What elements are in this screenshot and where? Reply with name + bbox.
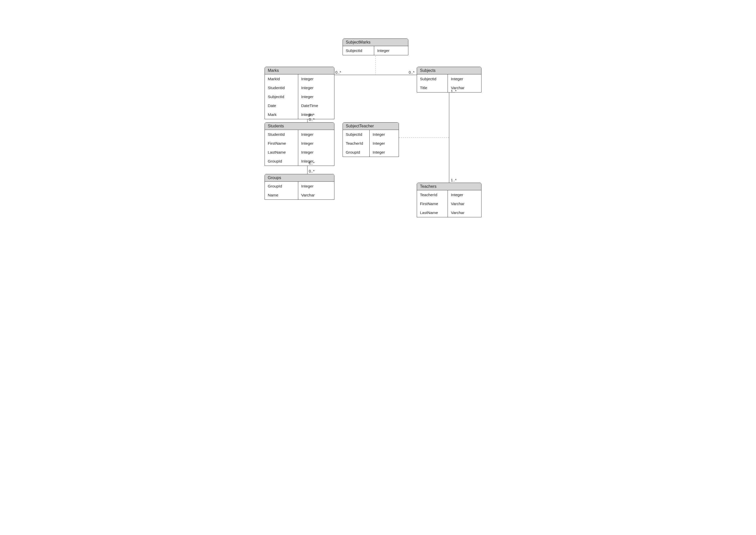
field-name: StudentId bbox=[265, 84, 298, 93]
field-type: Integer bbox=[448, 75, 481, 84]
field-row: GroupIdInteger bbox=[265, 182, 334, 191]
field-name: Date bbox=[265, 101, 298, 110]
field-type: Integer bbox=[298, 110, 334, 119]
entity-teachers: Teachers TeacherIdInteger FirstNameVarch… bbox=[417, 183, 481, 217]
field-name: FirstName bbox=[265, 139, 298, 148]
multiplicity-label: 0..* bbox=[309, 169, 315, 173]
field-row: MarkInteger bbox=[265, 110, 334, 119]
field-name: LastName bbox=[417, 209, 448, 217]
entity-title: Teachers bbox=[417, 183, 481, 190]
field-type: Integer bbox=[298, 139, 334, 148]
field-name: TeacherId bbox=[343, 139, 369, 148]
field-row: MarkIdInteger bbox=[265, 75, 334, 84]
field-row: GroupIdInteger bbox=[265, 157, 334, 166]
field-name: SubjectId bbox=[343, 130, 369, 139]
field-row: StudentIdInteger bbox=[265, 84, 334, 93]
field-name: GroupId bbox=[343, 148, 369, 157]
field-type: Integer bbox=[369, 139, 399, 148]
entity-title: Subjects bbox=[417, 67, 481, 74]
multiplicity-label: 0..* bbox=[335, 70, 341, 74]
field-name: SubjectId bbox=[417, 75, 448, 84]
er-diagram-canvas: SubjectMarks SubjectId Integer Marks Mar… bbox=[189, 0, 567, 268]
field-row: TeacherIdInteger bbox=[417, 190, 481, 200]
entity-students: Students StudentIdInteger FirstNameInteg… bbox=[265, 122, 334, 166]
entity-groups: Groups GroupIdInteger NameVarchar bbox=[265, 174, 334, 200]
field-type: Varchar bbox=[448, 209, 481, 217]
field-type: Integer bbox=[298, 84, 334, 93]
field-type: Integer bbox=[374, 46, 408, 55]
field-row: StudentIdInteger bbox=[265, 130, 334, 139]
field-row: SubjectIdInteger bbox=[265, 93, 334, 101]
field-row: FirstNameInteger bbox=[265, 139, 334, 148]
field-row: FirstNameVarchar bbox=[417, 200, 481, 209]
field-type: Integer bbox=[448, 190, 481, 200]
multiplicity-label: 1..* bbox=[451, 89, 457, 93]
entity-title: SubjectTeacher bbox=[343, 123, 399, 130]
field-name: FirstName bbox=[417, 200, 448, 209]
entity-subject-teacher: SubjectTeacher SubjectIdInteger TeacherI… bbox=[342, 122, 399, 157]
field-name: GroupId bbox=[265, 182, 298, 191]
field-row: LastNameInteger bbox=[265, 148, 334, 157]
field-name: SubjectId bbox=[265, 93, 298, 101]
field-name: MarkId bbox=[265, 75, 298, 84]
entity-title: Marks bbox=[265, 67, 334, 74]
field-row: GroupIdInteger bbox=[343, 148, 399, 157]
entity-title: Students bbox=[265, 123, 334, 130]
field-type: DateTime bbox=[298, 101, 334, 110]
field-type: Integer bbox=[298, 182, 334, 191]
field-type: Varchar bbox=[448, 200, 481, 209]
field-name: TeacherId bbox=[417, 190, 448, 200]
entity-marks: Marks MarkIdInteger StudentIdInteger Sub… bbox=[265, 67, 334, 119]
field-name: LastName bbox=[265, 148, 298, 157]
entity-title: Groups bbox=[265, 174, 334, 182]
field-row: TitleVarchar bbox=[417, 84, 481, 93]
entity-subject-marks: SubjectMarks SubjectId Integer bbox=[342, 39, 408, 55]
field-type: Integer bbox=[298, 148, 334, 157]
field-type: Integer bbox=[298, 75, 334, 84]
field-name: Title bbox=[417, 84, 448, 93]
field-name: Mark bbox=[265, 110, 298, 119]
entity-title: SubjectMarks bbox=[343, 39, 408, 46]
field-type: Integer bbox=[369, 148, 399, 157]
field-row: LastNameVarchar bbox=[417, 209, 481, 217]
multiplicity-label: 0..* bbox=[409, 70, 415, 74]
field-row: NameVarchar bbox=[265, 191, 334, 200]
multiplicity-label: 0..* bbox=[309, 117, 315, 122]
field-name: SubjectId bbox=[343, 46, 374, 55]
field-name: StudentId bbox=[265, 130, 298, 139]
field-type: Integer bbox=[298, 157, 334, 166]
multiplicity-label: 0..* bbox=[309, 113, 315, 117]
field-type: Integer bbox=[298, 130, 334, 139]
field-row: TeacherIdInteger bbox=[343, 139, 399, 148]
field-type: Integer bbox=[298, 93, 334, 101]
field-row: SubjectIdInteger bbox=[343, 130, 399, 139]
field-type: Varchar bbox=[298, 191, 334, 200]
field-row: DateDateTime bbox=[265, 101, 334, 110]
entity-subjects: Subjects SubjectIdInteger TitleVarchar bbox=[417, 67, 481, 93]
field-row: SubjectId Integer bbox=[343, 46, 408, 55]
multiplicity-label: 1..* bbox=[451, 178, 457, 182]
field-row: SubjectIdInteger bbox=[417, 75, 481, 84]
field-name: Name bbox=[265, 191, 298, 200]
field-name: GroupId bbox=[265, 157, 298, 166]
multiplicity-label: 1..* bbox=[309, 161, 315, 165]
field-type: Integer bbox=[369, 130, 399, 139]
